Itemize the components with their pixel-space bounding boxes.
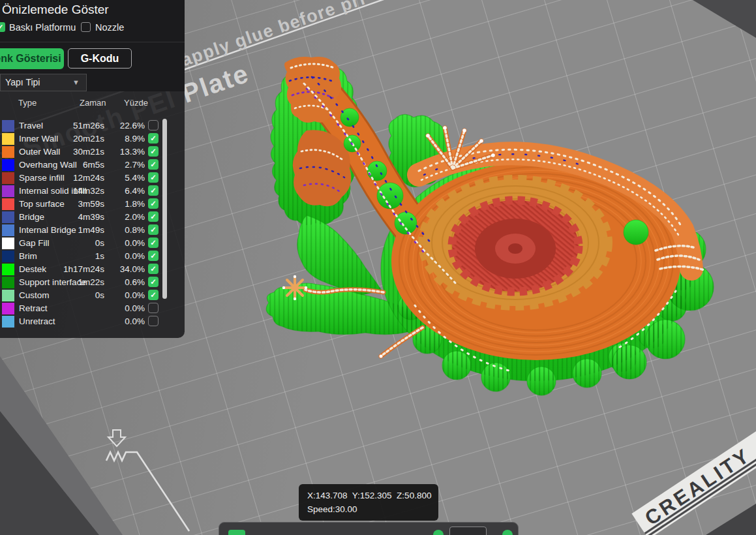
- type-time: 0s: [59, 290, 104, 300]
- panel-title: Önizlemede Göster: [2, 3, 109, 17]
- type-visibility-checkbox[interactable]: [148, 159, 159, 170]
- panel-divider: [0, 42, 185, 42]
- type-time: 1m49s: [59, 225, 104, 235]
- type-visibility-checkbox[interactable]: [148, 185, 159, 196]
- type-time: 6m5s: [59, 160, 104, 170]
- table-row: Custom 0s 0.0%: [0, 289, 185, 302]
- header-time: Zaman: [80, 98, 106, 108]
- build-platform-checkbox[interactable]: [0, 22, 5, 32]
- type-visibility-checkbox[interactable]: [148, 172, 159, 183]
- table-row: Sparse infill 12m24s 5.4%: [0, 172, 185, 185]
- type-label: Retract: [19, 303, 48, 313]
- type-time: 51m26s: [59, 121, 104, 130]
- table-row: Brim 1s 0.0%: [0, 250, 185, 263]
- view-type-value: Yapı Tipi: [5, 77, 40, 87]
- type-visibility-checkbox[interactable]: [148, 277, 159, 287]
- type-visibility-checkbox[interactable]: [148, 120, 159, 130]
- table-row: Bridge 4m39s 2.0%: [0, 211, 185, 224]
- table-row: Unretract 0.0%: [0, 315, 185, 328]
- table-row: Outer Wall 30m21s 13.3%: [0, 145, 185, 159]
- type-color-swatch: [2, 264, 14, 275]
- type-visibility-checkbox[interactable]: [148, 290, 159, 300]
- type-color-swatch: [2, 198, 14, 210]
- layer-value-box[interactable]: [449, 527, 487, 535]
- type-time: 20m21s: [59, 134, 104, 144]
- nozzle-checkbox[interactable]: [81, 22, 91, 32]
- table-row: Support interface 1m22s 0.6%: [0, 276, 185, 289]
- type-color-swatch: [2, 172, 14, 184]
- type-color-swatch: [2, 120, 14, 132]
- type-label: Travel: [19, 121, 43, 130]
- type-label: Bridge: [19, 212, 44, 222]
- table-row: Internal solid infill 14m32s 6.4%: [0, 185, 185, 198]
- nozzle-label: Nozzle: [95, 22, 124, 33]
- preview-panel: Önizlemede Göster Baskı Platformu Nozzle…: [0, 0, 185, 338]
- type-visibility-checkbox[interactable]: [148, 264, 159, 274]
- table-row: Top surface 3m59s 1.8%: [0, 198, 185, 211]
- type-label: Outer Wall: [19, 147, 60, 157]
- header-type: Type: [18, 98, 37, 108]
- table-scrollbar-thumb[interactable]: [162, 119, 167, 299]
- type-visibility-checkbox[interactable]: [148, 211, 159, 222]
- type-percent: 0.6%: [111, 277, 145, 287]
- type-time: 1s: [59, 251, 104, 261]
- type-percent: 1.8%: [111, 199, 145, 209]
- left-dot-button[interactable]: [433, 530, 444, 535]
- plate-front-arrow-icon: [106, 430, 189, 531]
- position-tooltip: X:143.708 Y:152.305 Z:50.800 Speed:30.00: [299, 484, 438, 521]
- right-dot-button[interactable]: [502, 530, 513, 535]
- type-visibility-checkbox[interactable]: [148, 316, 159, 326]
- type-visibility-checkbox[interactable]: [148, 224, 159, 235]
- view-type-dropdown[interactable]: Yapı Tipi ▼: [0, 74, 87, 91]
- tab-color-scheme[interactable]: enk Gösterisi: [0, 48, 64, 69]
- type-visibility-checkbox[interactable]: [148, 303, 159, 313]
- slider-chip[interactable]: [228, 530, 245, 535]
- type-percent: 34.0%: [111, 264, 145, 274]
- build-platform-label: Baskı Platformu: [9, 22, 76, 33]
- type-time: 30m21s: [59, 147, 104, 157]
- type-table-body: Travel 51m26s 22.6% Inner Wall 20m21s 8.…: [0, 119, 185, 328]
- type-percent: 5.4%: [111, 173, 145, 183]
- type-label: Gap Fill: [19, 238, 50, 248]
- type-label: Brim: [19, 251, 37, 261]
- gcode-model: [266, 57, 714, 395]
- type-visibility-checkbox[interactable]: [148, 133, 159, 144]
- type-label: Sparse infill: [19, 173, 65, 183]
- type-visibility-checkbox[interactable]: [148, 251, 159, 261]
- type-color-swatch: [2, 133, 14, 145]
- type-color-swatch: [2, 211, 14, 223]
- table-row: Internal Bridge 1m49s 0.8%: [0, 224, 185, 237]
- type-percent: 0.0%: [111, 251, 145, 261]
- table-header: Type Zaman Yüzde: [0, 98, 185, 111]
- type-label: Inner Wall: [19, 134, 58, 144]
- type-time: 1h17m24s: [59, 264, 104, 274]
- tooltip-position-line: X:143.708 Y:152.305 Z:50.800: [307, 489, 430, 502]
- chevron-down-icon: ▼: [72, 78, 80, 86]
- type-color-swatch: [2, 303, 14, 314]
- type-percent: 0.0%: [111, 238, 145, 248]
- layer-slider-bar[interactable]: [219, 522, 519, 535]
- type-percent: 0.0%: [111, 290, 145, 300]
- type-visibility-checkbox[interactable]: [148, 237, 159, 248]
- type-percent: 8.9%: [111, 134, 145, 144]
- type-color-swatch: [2, 146, 14, 158]
- tab-gcode[interactable]: G-Kodu: [68, 48, 132, 69]
- preview-panel-header: Önizlemede Göster Baskı Platformu Nozzle…: [0, 0, 185, 91]
- type-time: 1m22s: [59, 277, 104, 287]
- header-percent: Yüzde: [124, 98, 148, 108]
- type-label: Custom: [19, 290, 50, 300]
- type-percent: 0.0%: [111, 316, 145, 326]
- table-row: Destek 1h17m24s 34.0%: [0, 263, 185, 276]
- type-time: 3m59s: [59, 199, 104, 209]
- type-color-swatch: [2, 290, 14, 301]
- type-label: Unretract: [19, 316, 55, 326]
- feature-type-table: Type Zaman Yüzde Travel 51m26s 22.6% Inn…: [0, 91, 185, 338]
- type-visibility-checkbox[interactable]: [148, 146, 159, 157]
- type-percent: 2.0%: [111, 212, 145, 222]
- type-color-swatch: [2, 159, 14, 171]
- type-percent: 6.4%: [111, 186, 145, 196]
- type-color-swatch: [2, 316, 14, 328]
- table-row: Inner Wall 20m21s 8.9%: [0, 132, 185, 145]
- type-time: 14m32s: [59, 186, 104, 196]
- type-visibility-checkbox[interactable]: [148, 198, 159, 209]
